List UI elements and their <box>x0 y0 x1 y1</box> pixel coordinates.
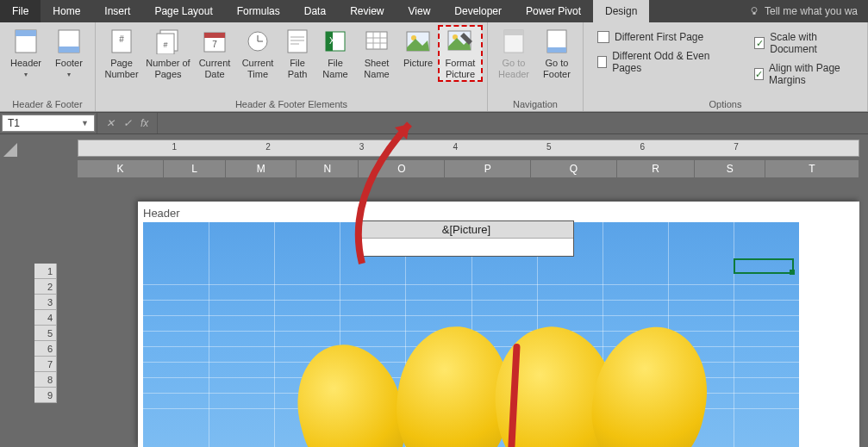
row-header[interactable]: 7 <box>34 357 57 372</box>
tab-page-layout[interactable]: Page Layout <box>142 0 224 22</box>
format-picture-button[interactable]: Format Picture <box>439 26 482 81</box>
footer-icon <box>55 28 83 55</box>
column-headers[interactable]: K L M N O P Q R S T <box>78 160 859 177</box>
page-number-button[interactable]: #Page Number <box>101 26 142 81</box>
align-with-margins-checkbox[interactable]: ✓Align with Page Margins <box>754 62 853 86</box>
different-first-page-checkbox[interactable]: Different First Page <box>597 31 711 43</box>
picture-icon <box>404 28 432 55</box>
picture-button[interactable]: Picture <box>399 26 437 71</box>
current-time-button[interactable]: Current Time <box>237 26 278 81</box>
goto-header-button: Go to Header <box>493 26 534 81</box>
tab-design[interactable]: Design <box>593 0 649 22</box>
clock-icon <box>244 28 272 55</box>
lightbulb-icon <box>749 6 759 16</box>
enter-icon[interactable]: ✓ <box>123 117 132 129</box>
row-header[interactable]: 2 <box>34 279 57 295</box>
checkbox-checked-icon: ✓ <box>754 37 765 49</box>
svg-text:7: 7 <box>212 40 217 49</box>
group-label-hf: Header & Footer <box>5 97 90 109</box>
row-header[interactable]: 3 <box>34 295 57 310</box>
select-all-triangle[interactable] <box>3 143 17 157</box>
svg-rect-12 <box>204 33 225 38</box>
scale-with-document-checkbox[interactable]: ✓Scale with Document <box>754 31 853 55</box>
column-header[interactable]: M <box>226 160 297 177</box>
tell-me-search[interactable]: Tell me what you wa <box>739 0 868 22</box>
header-button[interactable]: Header▾ <box>5 26 47 80</box>
number-of-pages-button[interactable]: #Number of Pages <box>144 26 192 81</box>
number-pages-icon: # <box>154 28 182 55</box>
column-header[interactable]: R <box>617 160 696 177</box>
group-label-nav: Navigation <box>493 97 578 109</box>
chevron-down-icon: ▼ <box>81 119 89 127</box>
sheet-name-icon <box>363 28 390 55</box>
row-header[interactable]: 5 <box>34 326 57 341</box>
fx-icon[interactable]: fx <box>141 117 148 129</box>
column-header[interactable]: N <box>297 160 359 177</box>
column-header[interactable]: L <box>164 160 227 177</box>
svg-rect-3 <box>16 30 36 36</box>
row-header[interactable]: 6 <box>34 341 57 357</box>
svg-rect-1 <box>752 13 755 15</box>
page-number-icon: # <box>108 28 135 55</box>
header-field-value: &[Picture] <box>359 221 573 239</box>
column-header[interactable]: K <box>78 160 164 177</box>
group-label-options: Options <box>589 97 862 109</box>
tab-formulas[interactable]: Formulas <box>225 0 292 22</box>
svg-rect-5 <box>59 47 79 53</box>
column-header[interactable]: S <box>695 160 765 177</box>
tab-file[interactable]: File <box>0 0 41 22</box>
sheet-name-button[interactable]: Sheet Name <box>356 26 397 81</box>
svg-rect-21 <box>366 32 387 49</box>
group-label-elements: Header & Footer Elements <box>101 97 482 109</box>
group-navigation: Go to Header Go to Footer Navigation <box>488 22 584 111</box>
tab-view[interactable]: View <box>397 0 443 22</box>
chevron-down-icon: ▾ <box>24 71 28 78</box>
formula-input[interactable] <box>158 113 868 133</box>
group-options: Different First Page Different Odd & Eve… <box>584 22 868 111</box>
name-box[interactable]: T1▼ <box>2 115 95 132</box>
svg-rect-17 <box>288 30 307 53</box>
svg-point-0 <box>752 8 757 13</box>
file-name-icon: X <box>322 28 349 55</box>
chevron-down-icon: ▾ <box>67 71 71 78</box>
row-headers[interactable]: 1 2 3 4 5 6 7 8 9 <box>34 264 57 403</box>
ribbon: Header▾ Footer▾ Header & Footer #Page Nu… <box>0 22 868 112</box>
tab-review[interactable]: Review <box>338 0 396 22</box>
active-cell-indicator[interactable] <box>734 258 794 274</box>
current-date-button[interactable]: 7Current Date <box>194 26 235 81</box>
flower-illustration <box>274 324 766 447</box>
goto-footer-button[interactable]: Go to Footer <box>536 26 578 81</box>
header-section-label: Header <box>143 207 180 220</box>
tab-insert[interactable]: Insert <box>92 0 142 22</box>
checkbox-checked-icon: ✓ <box>754 68 764 80</box>
tab-developer[interactable]: Developer <box>442 0 514 22</box>
svg-rect-33 <box>547 47 566 53</box>
formula-bar: T1▼ ✕ ✓ fx <box>0 112 868 134</box>
column-header[interactable]: Q <box>531 160 617 177</box>
cancel-icon[interactable]: ✕ <box>106 117 115 129</box>
tab-home[interactable]: Home <box>41 0 92 22</box>
footer-button[interactable]: Footer▾ <box>48 26 90 80</box>
header-icon <box>12 28 40 55</box>
row-header[interactable]: 8 <box>34 372 57 388</box>
formula-bar-buttons: ✕ ✓ fx <box>97 113 158 133</box>
row-header[interactable]: 1 <box>34 264 57 279</box>
header-center-input[interactable]: &[Picture] <box>359 220 574 257</box>
file-name-button[interactable]: XFile Name <box>316 26 354 81</box>
worksheet-area: 1 2 3 4 5 6 7 K L M N O P Q R S T 1 2 3 … <box>0 134 868 447</box>
goto-footer-icon <box>543 28 571 55</box>
column-header[interactable]: P <box>445 160 531 177</box>
group-header-footer: Header▾ Footer▾ Header & Footer <box>0 22 96 111</box>
svg-text:#: # <box>163 40 167 49</box>
checkbox-icon <box>597 31 609 43</box>
file-path-icon <box>284 28 311 55</box>
column-header[interactable]: O <box>359 160 445 177</box>
page-preview: Header &[Picture] <box>138 202 859 447</box>
row-header[interactable]: 9 <box>34 388 57 403</box>
different-odd-even-checkbox[interactable]: Different Odd & Even Pages <box>597 50 711 74</box>
tab-power-pivot[interactable]: Power Pivot <box>514 0 593 22</box>
row-header[interactable]: 4 <box>34 310 57 326</box>
column-header[interactable]: T <box>765 160 859 177</box>
tab-data[interactable]: Data <box>292 0 338 22</box>
file-path-button[interactable]: File Path <box>280 26 315 81</box>
